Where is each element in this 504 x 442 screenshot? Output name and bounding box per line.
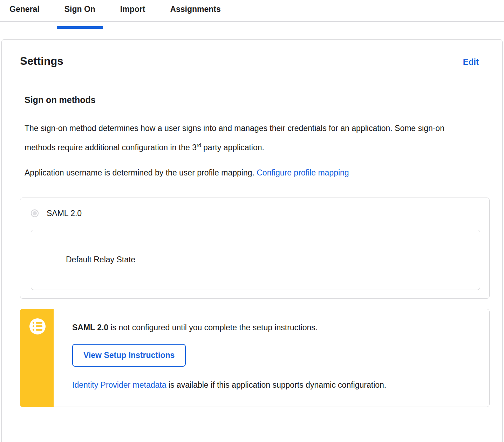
tab-sign-on-label: Sign On — [64, 5, 95, 14]
identity-provider-metadata-link[interactable]: Identity Provider metadata — [72, 380, 166, 389]
list-icon-dot — [33, 325, 34, 327]
callout-message: SAML 2.0 is not configured until you com… — [72, 322, 475, 333]
sign-on-methods-heading: Sign on methods — [25, 95, 488, 105]
list-icon-bar — [36, 325, 42, 327]
sign-on-description: The sign-on method determines how a user… — [25, 120, 466, 156]
list-icon-dot — [33, 329, 34, 331]
list-icon-bar — [36, 322, 42, 324]
list-icon-bar — [36, 329, 42, 331]
default-relay-state-box: Default Relay State — [31, 230, 480, 290]
list-icon-row — [33, 329, 42, 331]
active-tab-underline — [57, 26, 103, 29]
view-setup-instructions-button[interactable]: View Setup Instructions — [72, 344, 186, 367]
ordinal-superscript: rd — [197, 143, 201, 148]
sign-on-description-tail: party application. — [201, 143, 264, 152]
list-icon-dot — [33, 322, 34, 324]
tab-import-label: Import — [120, 5, 145, 14]
saml-radio-row: SAML 2.0 — [31, 209, 480, 218]
settings-title: Settings — [20, 55, 63, 68]
metadata-line: Identity Provider metadata is available … — [72, 379, 475, 391]
configure-profile-mapping-link[interactable]: Configure profile mapping — [257, 168, 349, 177]
tab-assignments-label: Assignments — [170, 5, 220, 14]
callout-message-bold: SAML 2.0 — [72, 323, 108, 332]
saml-not-configured-callout: SAML 2.0 is not configured until you com… — [20, 309, 490, 407]
callout-message-rest: is not configured until you complete the… — [108, 323, 318, 332]
saml-radio-button[interactable] — [31, 209, 39, 217]
list-icon-row — [33, 322, 42, 324]
metadata-line-rest: is available if this application support… — [166, 380, 386, 389]
tab-sign-on[interactable]: Sign On — [57, 4, 103, 21]
app-tab-bar: General Sign On Import Assignments — [0, 0, 504, 22]
list-icon — [29, 318, 46, 334]
list-icon-row — [33, 325, 42, 327]
saml-radio-dot — [33, 211, 37, 215]
tab-import[interactable]: Import — [113, 4, 153, 21]
settings-header-row: Settings Edit — [20, 40, 488, 68]
tab-general-label: General — [9, 5, 40, 14]
username-mapping-line: Application username is determined by th… — [25, 164, 466, 181]
tab-general[interactable]: General — [2, 4, 47, 21]
default-relay-state-label: Default Relay State — [66, 255, 135, 264]
saml-radio-label: SAML 2.0 — [47, 209, 82, 218]
saml-method-box: SAML 2.0 Default Relay State — [20, 198, 490, 299]
username-mapping-text: Application username is determined by th… — [25, 168, 257, 177]
settings-card: Settings Edit Sign on methods The sign-o… — [1, 39, 503, 442]
edit-link[interactable]: Edit — [463, 57, 479, 67]
tab-assignments[interactable]: Assignments — [162, 4, 228, 21]
